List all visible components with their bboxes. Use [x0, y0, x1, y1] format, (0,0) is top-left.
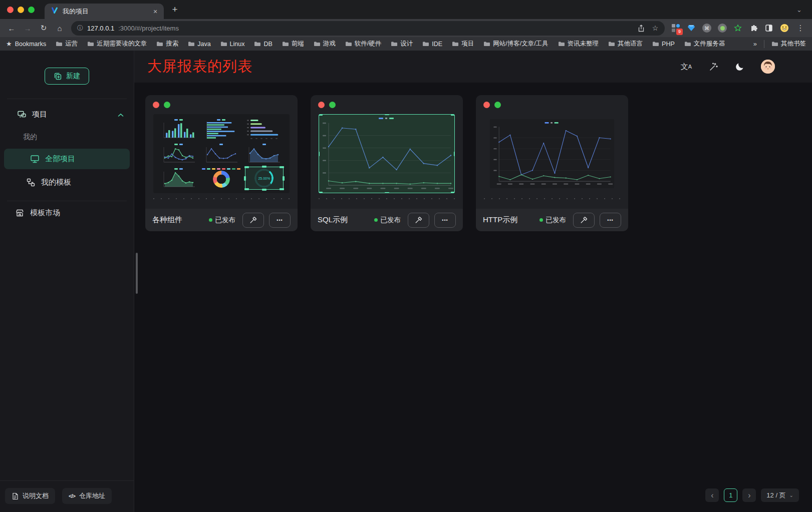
sidebar-item-my-templates[interactable]: 我的模板 — [0, 171, 134, 194]
bookmark-item[interactable]: 运营 — [56, 40, 78, 48]
language-icon[interactable]: 文A — [681, 62, 692, 72]
sidebar-group-project[interactable]: 项目 — [0, 104, 134, 125]
tab-strip: 我的项目 × + ⌄ — [0, 0, 812, 19]
extension-darkreader-icon[interactable] — [762, 21, 776, 35]
mini-chart-area — [159, 167, 198, 190]
browser-toolbar: ← → ↻ ⌂ ⓘ 127.0.0.1 :3000/#/project/item… — [0, 19, 812, 37]
dark-mode-moon-icon[interactable] — [735, 62, 744, 72]
widget-grid: 25.00% — [153, 114, 290, 193]
bookmark-item[interactable]: 资讯未整理 — [558, 40, 599, 48]
more-button[interactable]: ••• — [269, 213, 291, 228]
more-button[interactable]: ••• — [600, 213, 621, 228]
bookmark-item[interactable]: 其他语言 — [608, 40, 643, 48]
green-dot — [494, 102, 501, 108]
sidebar: 新建 项目 我的 全部项目 我的模板 — [0, 51, 134, 512]
edit-hammer-button[interactable] — [408, 213, 429, 228]
url-bar[interactable]: ⓘ 127.0.0.1 :3000/#/project/items ☆ — [71, 21, 665, 36]
hammer-icon — [414, 216, 423, 224]
mini-chart-caps — [245, 118, 284, 141]
bookmark-item[interactable]: 项目 — [452, 40, 474, 48]
magic-wand-icon[interactable] — [708, 62, 718, 72]
sidebar-item-template-market[interactable]: 模板市场 — [0, 201, 134, 225]
next-page-button[interactable]: › — [742, 488, 756, 502]
minimize-window-button[interactable] — [18, 7, 24, 13]
project-preview[interactable] — [484, 114, 620, 193]
repo-button[interactable]: </> 仓库地址 — [62, 488, 112, 504]
back-icon[interactable]: ← — [4, 21, 19, 36]
site-info-icon[interactable]: ⓘ — [77, 24, 83, 33]
close-window-button[interactable] — [7, 7, 14, 13]
extension-badge: 9 — [676, 29, 683, 35]
extension-grid-icon[interactable]: 9 — [669, 21, 683, 35]
selection-overlay[interactable] — [319, 114, 455, 193]
browser-tab[interactable]: 我的项目 × — [45, 4, 164, 19]
reload-icon[interactable]: ↻ — [36, 21, 51, 36]
user-avatar[interactable] — [761, 60, 775, 74]
bookmark-item[interactable]: 文件服务器 — [684, 40, 725, 48]
home-icon[interactable]: ⌂ — [52, 21, 67, 36]
other-bookmarks[interactable]: 其他书签 — [771, 40, 806, 48]
zoom-window-button[interactable] — [28, 7, 35, 13]
bookmark-item[interactable]: 前端 — [282, 40, 304, 48]
sidebar-divider — [7, 99, 127, 99]
forward-icon[interactable]: → — [20, 21, 35, 36]
bookmark-item[interactable]: 搜索 — [156, 40, 178, 48]
extension-command-icon[interactable]: ⌘ — [700, 21, 714, 35]
bookmarks-overflow-icon[interactable]: » — [753, 40, 757, 48]
bookmark-star-icon[interactable]: ☆ — [649, 22, 662, 35]
new-project-button[interactable]: 新建 — [45, 68, 89, 85]
sidebar-item-all-projects[interactable]: 全部项目 — [4, 149, 130, 169]
bookmark-item[interactable]: Linux — [220, 41, 245, 48]
new-tab-button[interactable]: + — [168, 3, 182, 17]
favicon-v-logo-icon — [51, 7, 59, 17]
tab-close-icon[interactable]: × — [151, 7, 160, 16]
project-preview[interactable]: 25.00% — [153, 114, 290, 193]
bookmark-item[interactable]: Java — [188, 41, 210, 48]
extension-record-icon[interactable] — [715, 21, 729, 35]
project-card[interactable]: 25.00% 各种组件 已发布 ••• — [145, 95, 298, 231]
extension-star-icon[interactable] — [731, 21, 745, 35]
selected-gauge-widget[interactable]: 25.00% — [245, 167, 284, 190]
bookmark-item[interactable]: PHP — [652, 41, 675, 48]
bookmark-item[interactable]: 网站/博客/文章/工具 — [483, 40, 548, 48]
bookmark-item[interactable]: IDE — [422, 41, 442, 48]
bookmark-item[interactable]: DB — [254, 41, 272, 48]
red-dot — [483, 102, 490, 108]
edit-hammer-button[interactable] — [242, 213, 264, 228]
status-dot — [209, 218, 212, 222]
status-dot — [374, 218, 378, 222]
status-dot — [539, 218, 543, 222]
current-page-button[interactable]: 1 — [724, 488, 737, 502]
bookmarks-list: 运营 近期需要读的文章 搜索 Java Linux DB 前端 游戏 软件/硬件… — [56, 40, 725, 48]
dotted-separator — [484, 198, 620, 199]
monitor-icon — [30, 154, 40, 164]
edit-hammer-button[interactable] — [573, 213, 595, 228]
tab-search-icon[interactable]: ⌄ — [791, 6, 807, 14]
extension-emoji-icon[interactable] — [777, 21, 791, 35]
scrollbar-thumb[interactable] — [136, 253, 138, 294]
page-size-select[interactable]: 12 / 页 ⌄ — [761, 488, 799, 502]
browser-menu-icon[interactable]: ⋮ — [793, 21, 808, 36]
bookmark-item[interactable]: 游戏 — [314, 40, 336, 48]
bookmark-item[interactable]: 设计 — [391, 40, 413, 48]
page-title: 大屏报表的列表 — [147, 57, 252, 77]
more-button[interactable]: ••• — [434, 213, 456, 228]
bookmark-item[interactable]: 软件/硬件 — [345, 40, 381, 48]
page-header: 大屏报表的列表 文A — [134, 51, 812, 83]
extension-gem-icon[interactable] — [684, 21, 698, 35]
project-card[interactable]: SQL示例 已发布 ••• — [311, 95, 463, 231]
bookmarks-manager[interactable]: ★ Bookmarks — [6, 40, 46, 48]
project-card[interactable]: HTTP示例 已发布 ••• — [476, 95, 628, 231]
donut-chart — [213, 171, 230, 188]
ellipsis-icon: ••• — [442, 218, 448, 223]
bookmark-item[interactable]: 近期需要读的文章 — [87, 40, 147, 48]
project-preview[interactable] — [319, 114, 455, 193]
prev-page-button[interactable]: ‹ — [705, 488, 719, 502]
sidebar-group-my: 我的 — [0, 125, 134, 144]
share-icon[interactable] — [635, 22, 648, 35]
line-chart — [490, 119, 614, 188]
mini-chart-line2 — [202, 142, 240, 165]
docs-button[interactable]: 说明文档 — [5, 488, 55, 504]
extension-puzzle-icon[interactable] — [746, 21, 760, 35]
content-area: 25.00% 各种组件 已发布 ••• SQL示例 — [134, 83, 812, 512]
